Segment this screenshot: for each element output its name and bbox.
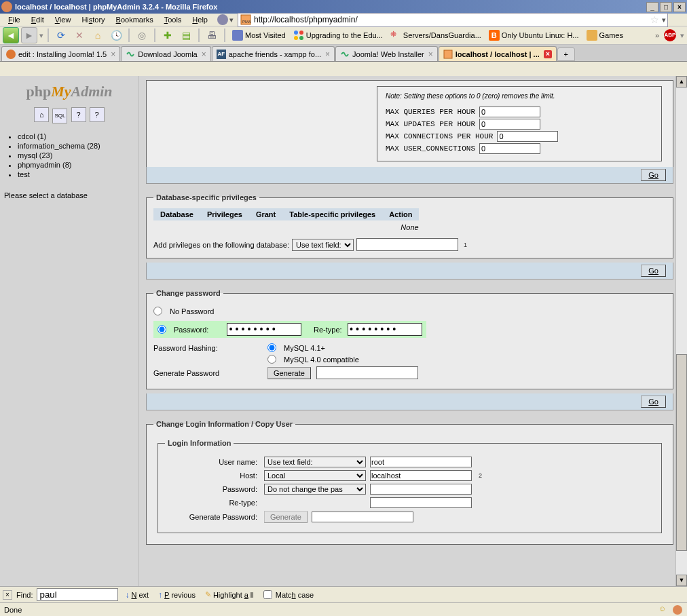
bookmark-ubuntu[interactable]: BOnly Ubuntu Linux: H...	[486, 28, 582, 43]
login-generate-output[interactable]	[312, 512, 413, 522]
tab-xampp[interactable]: AFapache friends - xampp fo...×	[212, 46, 335, 61]
addbookmark-icon[interactable]: ✚	[160, 27, 176, 43]
find-close-icon[interactable]: ×	[3, 590, 12, 600]
retype-input[interactable]	[348, 323, 422, 336]
url-input[interactable]	[254, 15, 648, 24]
tab-close-icon[interactable]: ×	[428, 50, 433, 59]
max-connections-input[interactable]	[497, 131, 558, 142]
go-button[interactable]: Go	[641, 169, 666, 181]
menu-tools[interactable]: Tools	[159, 16, 187, 24]
db-item[interactable]: information_schema (28)	[18, 141, 134, 151]
tab-close-icon[interactable]: ×	[111, 50, 115, 59]
maximize-button[interactable]: □	[660, 2, 672, 12]
menu-bookmarks[interactable]: Bookmarks	[111, 16, 159, 24]
tab-download-joomla[interactable]: Download Joomla×	[121, 46, 210, 61]
add-priv-select[interactable]: Use text field:	[292, 239, 354, 251]
username-input[interactable]	[370, 457, 472, 467]
generate-button[interactable]: Generate	[267, 367, 311, 379]
status-smiley-icon[interactable]: ☺	[658, 604, 669, 615]
login-password-input[interactable]	[370, 484, 472, 495]
menu-history[interactable]: History	[76, 16, 110, 24]
bookmarks-icon[interactable]: ▤	[178, 27, 194, 43]
bookmark-star-icon[interactable]: ☆	[650, 14, 659, 25]
pma-favicon: PMA	[240, 14, 252, 26]
bookmark-servers[interactable]: ❋Servers/DansGuardia...	[388, 28, 484, 43]
col-database: Database	[153, 208, 200, 220]
help-icon[interactable]: ?	[71, 107, 86, 122]
close-button[interactable]: ×	[673, 2, 686, 12]
status-firefox-icon[interactable]	[672, 604, 683, 615]
no-password-radio[interactable]	[153, 307, 162, 315]
match-case-checkbox[interactable]	[263, 590, 272, 599]
login-retype-input[interactable]	[370, 497, 472, 508]
max-updates-input[interactable]	[479, 119, 540, 130]
reload-button[interactable]: ⟳	[53, 27, 69, 43]
max-queries-input[interactable]	[479, 107, 540, 117]
tab-close-icon[interactable]: ×	[202, 50, 206, 59]
vertical-scrollbar[interactable]: ▲ ▼	[675, 76, 687, 586]
home-button[interactable]: ⌂	[90, 27, 106, 43]
generate-output[interactable]	[316, 366, 418, 379]
scroll-down-icon[interactable]: ▼	[676, 575, 687, 586]
username-select[interactable]: Use text field:	[264, 457, 366, 467]
back-button[interactable]: ◄	[3, 27, 19, 43]
db-item[interactable]: cdcol (1)	[18, 132, 134, 141]
stop-button[interactable]: ✕	[71, 27, 88, 43]
tab-joomla-web[interactable]: Joomla! Web Installer×	[335, 46, 438, 61]
hash-label: Password Hashing:	[153, 344, 262, 352]
print-icon[interactable]: 🖶	[204, 27, 220, 43]
bookmark-games[interactable]: Games	[584, 28, 626, 43]
pageinfo-icon[interactable]: ◎	[134, 27, 150, 43]
go-button[interactable]: Go	[641, 396, 666, 408]
col-table-priv: Table-specific privileges	[282, 208, 382, 220]
pma-main: Note: Setting these options to 0 (zero) …	[139, 76, 687, 586]
find-next-button[interactable]: ↓Next	[122, 590, 151, 600]
max-connections-label: MAX CONNECTIONS PER HOUR	[386, 132, 493, 140]
change-login-fieldset: Change Login Information / Copy User Log…	[146, 420, 673, 545]
find-highlight-button[interactable]: ✎Highlight all	[202, 590, 257, 599]
menu-file[interactable]: File	[3, 16, 26, 24]
tab-close-icon[interactable]: ×	[544, 50, 552, 58]
docs-icon[interactable]: ?	[90, 107, 105, 122]
history-button[interactable]: 🕓	[108, 27, 124, 43]
hash-41-radio[interactable]	[267, 343, 276, 352]
scroll-up-icon[interactable]: ▲	[676, 76, 687, 88]
new-tab-button[interactable]: +	[557, 47, 575, 61]
max-updates-label: MAX UPDATES PER HOUR	[386, 120, 475, 128]
svg-point-7	[673, 605, 682, 615]
bookmark-most-visited[interactable]: Most Visited	[229, 28, 289, 43]
forward-button[interactable]: ►	[21, 27, 37, 43]
menu-help[interactable]: Help	[187, 16, 213, 24]
password-radio[interactable]	[157, 325, 166, 334]
url-bar[interactable]: PMA ☆ ▾	[238, 13, 668, 27]
hash-40-radio[interactable]	[267, 355, 276, 364]
tab-joomla-install[interactable]: edit : Installing Joomla! 1.5×	[1, 46, 120, 61]
host-label: Host:	[165, 471, 260, 480]
host-select[interactable]: Local	[264, 470, 366, 481]
find-prev-button[interactable]: ↑Previous	[155, 590, 198, 600]
db-item[interactable]: test	[18, 170, 134, 179]
host-input[interactable]	[370, 470, 472, 481]
menu-edit[interactable]: Edit	[26, 16, 50, 24]
menu-view[interactable]: View	[50, 16, 77, 24]
bookmarks-overflow[interactable]: »	[652, 31, 662, 39]
minimize-button[interactable]: _	[646, 2, 658, 12]
login-password-select[interactable]: Do not change the pas	[264, 484, 366, 495]
password-input[interactable]	[227, 323, 301, 336]
sql-icon[interactable]: SQL	[52, 109, 67, 123]
add-priv-input[interactable]	[356, 238, 458, 251]
tab-phpmyadmin[interactable]: localhost / localhost | ...×	[439, 46, 557, 61]
svg-text:PMA: PMA	[242, 20, 251, 24]
bookmark-upgrading[interactable]: Upgrading to the Edu...	[291, 28, 386, 43]
globe-icon[interactable]	[217, 14, 228, 25]
scroll-thumb[interactable]	[676, 354, 687, 551]
login-generate-button[interactable]: Generate	[264, 511, 308, 523]
db-item[interactable]: phpmyadmin (8)	[18, 160, 134, 170]
go-button[interactable]: Go	[641, 265, 666, 277]
abp-icon[interactable]: ABP	[664, 29, 676, 41]
home-icon[interactable]: ⌂	[34, 107, 49, 122]
db-item[interactable]: mysql (23)	[18, 151, 134, 160]
tab-close-icon[interactable]: ×	[325, 50, 330, 59]
max-user-connections-input[interactable]	[479, 143, 540, 154]
find-input[interactable]	[37, 588, 118, 601]
